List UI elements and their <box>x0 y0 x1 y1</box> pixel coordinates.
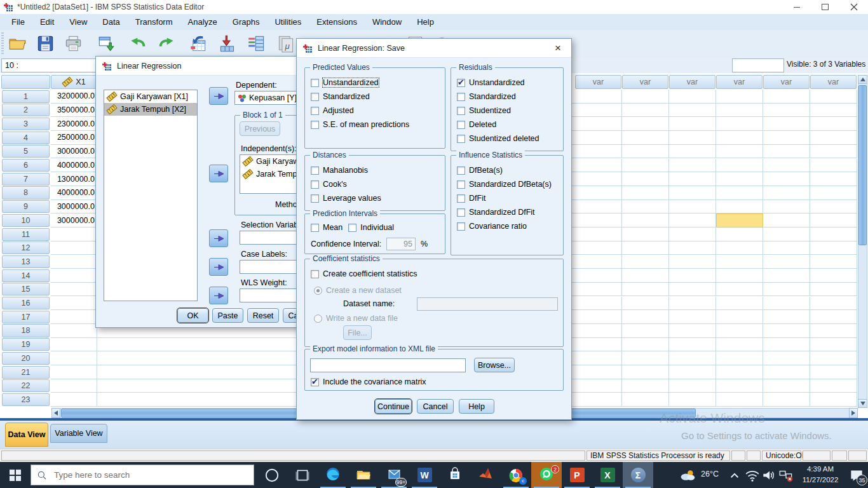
grid-cell[interactable] <box>575 324 622 338</box>
vertical-scrollbar-thumb[interactable] <box>858 85 867 245</box>
grid-cell[interactable] <box>575 131 622 145</box>
grid-cell[interactable]: 4000000.0 <box>51 159 97 173</box>
covariance-ratio-checkbox[interactable]: Covariance ratio <box>451 219 563 233</box>
confidence-interval-input[interactable] <box>386 238 416 250</box>
network-disconnected-icon[interactable] <box>776 462 796 488</box>
grid-cell[interactable] <box>575 283 622 297</box>
redo-icon[interactable] <box>154 32 178 55</box>
move-selection-button[interactable] <box>209 229 228 247</box>
grid-cell[interactable] <box>575 393 622 407</box>
unstandardized-checkbox[interactable]: ✔Unstandardized <box>451 76 563 90</box>
grid-cell[interactable] <box>575 269 622 283</box>
row-number[interactable]: 9 <box>2 200 50 213</box>
grid-cell[interactable] <box>575 145 622 159</box>
menu-graphs[interactable]: Graphs <box>225 15 268 29</box>
grid-cell[interactable] <box>51 338 97 352</box>
grid-cell[interactable] <box>669 379 716 393</box>
row-number[interactable]: 10 <box>2 214 50 227</box>
grid-cell[interactable] <box>669 117 716 131</box>
reset-button[interactable]: Reset <box>247 308 279 323</box>
grid-cell[interactable] <box>575 365 622 379</box>
grid-cell[interactable] <box>716 283 763 297</box>
grid-cell[interactable] <box>622 159 669 173</box>
grid-cell[interactable] <box>810 283 857 297</box>
menu-window[interactable]: Window <box>365 15 409 29</box>
row-number[interactable]: 12 <box>2 241 50 254</box>
move-dependent-button[interactable] <box>209 87 228 105</box>
row-number[interactable]: 8 <box>2 186 50 199</box>
grid-cell[interactable] <box>669 90 716 104</box>
unstandardized-checkbox[interactable]: Unstandardized <box>305 76 445 90</box>
write-new-data-file-radio[interactable]: Write a new data file <box>314 313 398 324</box>
grid-cell[interactable]: 2300000.0 <box>51 117 97 131</box>
standardized-checkbox[interactable]: Standardized <box>451 90 563 104</box>
undo-icon[interactable] <box>126 32 150 55</box>
notification-center-icon[interactable]: 35 <box>845 462 868 488</box>
grid-cell[interactable] <box>622 379 669 393</box>
grid-cell[interactable] <box>810 227 857 241</box>
variable-item-gaji-karyawan-x1[interactable]: Gaji Karyawan [X1] <box>104 90 197 103</box>
studentized-deleted-checkbox[interactable]: Studentized deleted <box>451 132 563 146</box>
grid-cell[interactable] <box>810 131 857 145</box>
file-button[interactable]: File... <box>343 325 372 340</box>
grid-cell[interactable] <box>716 172 763 186</box>
menu-transform[interactable]: Transform <box>128 15 180 29</box>
grid-cell[interactable] <box>763 338 810 352</box>
grid-cell[interactable] <box>716 255 763 269</box>
grid-cell[interactable] <box>716 186 763 200</box>
grid-cell[interactable] <box>51 310 97 324</box>
standardized-checkbox[interactable]: Standardized <box>305 90 445 104</box>
grid-cell[interactable] <box>669 241 716 255</box>
grid-cell[interactable]: 4000000.0 <box>51 186 97 200</box>
save-dialog-titlebar[interactable]: Linear Regression: Save × <box>297 39 571 58</box>
print-icon[interactable] <box>61 32 85 55</box>
grid-cell[interactable] <box>51 393 97 407</box>
row-number[interactable]: 18 <box>2 324 50 337</box>
grid-cell[interactable] <box>763 104 810 118</box>
grid-cell[interactable] <box>716 365 763 379</box>
row-number[interactable]: 22 <box>2 379 50 392</box>
s-e-of-mean-predictions-checkbox[interactable]: S.E. of mean predictions <box>305 118 445 132</box>
grid-cell[interactable] <box>51 241 97 255</box>
grid-cell[interactable] <box>810 338 857 352</box>
standardized-dffit-checkbox[interactable]: Standardized DfFit <box>451 205 563 219</box>
grid-cell[interactable] <box>51 379 97 393</box>
taskbar-app-word[interactable]: W <box>409 462 440 488</box>
menu-help[interactable]: Help <box>409 15 442 29</box>
tab-data-view[interactable]: Data View <box>5 423 48 447</box>
taskbar-app-matlab[interactable] <box>470 462 501 488</box>
grid-cell[interactable]: 3500000.0 <box>51 104 97 118</box>
source-variables-list[interactable]: Gaji Karyawan [X1]Jarak Tempuh [X2] <box>104 90 198 301</box>
grid-cell[interactable] <box>622 310 669 324</box>
grid-cell[interactable] <box>763 379 810 393</box>
leverage-values-checkbox[interactable]: Leverage values <box>305 191 445 205</box>
grid-cell[interactable] <box>716 324 763 338</box>
grid-cell[interactable] <box>622 351 669 365</box>
grid-cell[interactable] <box>810 297 857 311</box>
save-data-icon[interactable] <box>33 32 57 55</box>
grid-cell[interactable] <box>810 365 857 379</box>
grid-cell[interactable] <box>763 131 810 145</box>
grid-cell[interactable] <box>575 214 622 227</box>
maximize-button[interactable] <box>811 0 839 14</box>
taskbar-search[interactable] <box>31 464 254 485</box>
grid-cell[interactable] <box>622 365 669 379</box>
grid-cell[interactable] <box>622 186 669 200</box>
grid-cell[interactable]: 3000000.0 <box>51 200 97 214</box>
grid-cell[interactable]: 3200000.0 <box>51 90 97 104</box>
column-header-var[interactable]: var <box>622 75 668 89</box>
grid-corner-cell[interactable] <box>1 75 50 89</box>
adjusted-checkbox[interactable]: Adjusted <box>305 104 445 118</box>
deleted-checkbox[interactable]: Deleted <box>451 118 563 132</box>
grid-cell[interactable]: 3000000.0 <box>51 145 97 159</box>
grid-cell[interactable] <box>716 241 763 255</box>
grid-cell[interactable] <box>51 283 97 297</box>
row-number[interactable]: 20 <box>2 352 50 365</box>
grid-cell[interactable] <box>575 117 622 131</box>
grid-cell[interactable] <box>716 393 763 407</box>
grid-cell[interactable] <box>810 159 857 173</box>
grid-cell[interactable] <box>810 324 857 338</box>
scroll-up-button[interactable] <box>858 75 867 84</box>
grid-cell[interactable] <box>763 90 810 104</box>
search-input[interactable] <box>53 470 233 480</box>
